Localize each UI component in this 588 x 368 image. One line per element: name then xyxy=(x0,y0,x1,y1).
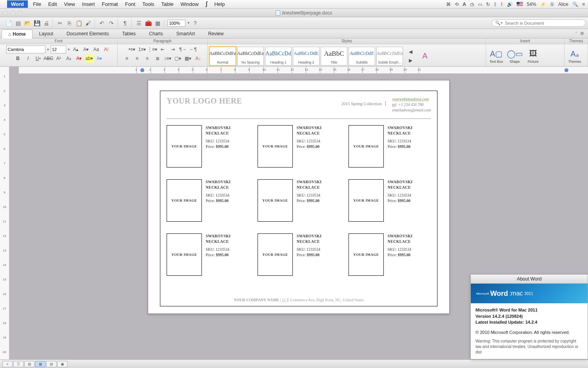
user-name[interactable]: Alice xyxy=(558,2,568,7)
doc-footer[interactable]: YOUR COMPANY NAME | 11 E Commerce Ave, H… xyxy=(167,294,431,302)
menu-font[interactable]: Font xyxy=(122,0,139,8)
rtl-button[interactable]: ←¶ xyxy=(189,46,198,53)
view-draft-button[interactable]: ≡ xyxy=(2,361,13,367)
product-image-placeholder[interactable]: YOUR IMAGE xyxy=(258,179,293,222)
format-painter-icon[interactable]: 🖌 xyxy=(84,19,93,27)
sort-button[interactable]: A↓ xyxy=(194,55,203,62)
style-subtitle[interactable]: AaBbCcDdESubtitle xyxy=(348,47,375,66)
display-icon[interactable]: ▭ xyxy=(478,2,482,7)
shading-button[interactable]: ▢▾ xyxy=(173,55,183,62)
doc-collection-name[interactable]: 2015 Spring Collection xyxy=(341,101,386,106)
menu-table[interactable]: Table xyxy=(158,0,177,8)
product-info[interactable]: SWAROVSKI NECKLACESKU: 1233534Price: $99… xyxy=(206,179,249,222)
save-icon[interactable]: 💾 xyxy=(33,19,41,27)
font-size-select[interactable] xyxy=(51,46,66,53)
sidebar-icon[interactable]: ☰ xyxy=(134,19,143,27)
collapse-ribbon-icon[interactable]: ˆ xyxy=(575,31,577,36)
product-cell[interactable]: YOUR IMAGESWAROVSKI NECKLACESKU: 1233534… xyxy=(348,233,431,276)
zoom-button[interactable] xyxy=(18,11,23,15)
product-image-placeholder[interactable]: YOUR IMAGE xyxy=(167,233,202,276)
decrease-indent-button[interactable]: ⇤ xyxy=(158,46,167,53)
underline-button[interactable]: U▾ xyxy=(34,55,43,62)
product-image-placeholder[interactable]: YOUR IMAGE xyxy=(348,233,384,276)
style-subtle-emph-[interactable]: AaBbCcDdEeSubtle Emph... xyxy=(376,47,403,66)
text-effects-button[interactable]: A▾ xyxy=(95,55,104,62)
bullets-button[interactable]: •≡▾ xyxy=(127,46,137,53)
menu-edit[interactable]: Edit xyxy=(45,0,60,8)
superscript-button[interactable]: A² xyxy=(54,55,64,62)
page[interactable]: YOUR LOGO HERE 2015 Spring Collection yo… xyxy=(148,80,450,314)
product-info[interactable]: SWAROVSKI NECKLACESKU: 1233534Price: $99… xyxy=(388,125,431,168)
spotlight-icon[interactable]: 🔍 xyxy=(572,2,578,7)
product-info[interactable]: SWAROVSKI NECKLACESKU: 1233534Price: $99… xyxy=(206,233,249,276)
menu-format[interactable]: Format xyxy=(98,0,122,8)
print-icon[interactable]: 🖨 xyxy=(42,19,51,27)
doc-logo-placeholder[interactable]: YOUR LOGO HERE xyxy=(167,97,242,106)
product-image-placeholder[interactable]: YOUR IMAGE xyxy=(167,179,202,222)
product-cell[interactable]: YOUR IMAGESWAROVSKI NECKLACESKU: 1233534… xyxy=(258,125,340,168)
tab-tables[interactable]: Tables xyxy=(116,29,143,38)
view-print-layout-button[interactable]: ▦ xyxy=(35,361,45,367)
borders-button[interactable]: ▦▾ xyxy=(183,55,193,62)
product-image-placeholder[interactable]: YOUR IMAGE xyxy=(167,125,202,168)
search-input[interactable] xyxy=(505,21,582,26)
picture-button[interactable]: 🖼Picture xyxy=(524,46,542,66)
doc-contact[interactable]: yourwebsiteadress.com tel: +1 234 456 78… xyxy=(392,97,431,113)
increase-indent-button[interactable]: ⇥ xyxy=(168,46,178,53)
view-notebook-button[interactable]: ▥ xyxy=(46,361,56,367)
align-right-button[interactable]: ≡ xyxy=(143,55,152,62)
product-cell[interactable]: YOUR IMAGESWAROVSKI NECKLACESKU: 1233534… xyxy=(167,179,249,222)
product-image-placeholder[interactable]: YOUR IMAGE xyxy=(258,125,293,168)
new-template-icon[interactable]: ▤ xyxy=(14,19,22,27)
product-image-placeholder[interactable]: YOUR IMAGE xyxy=(348,125,384,168)
italic-button[interactable]: I xyxy=(24,55,33,62)
style-nav[interactable]: ◀▶ xyxy=(406,48,415,64)
grow-font-icon[interactable]: A▴ xyxy=(71,46,80,53)
ruler-horizontal[interactable]: 123456789101112131415161718192021 xyxy=(19,67,588,74)
subscript-button[interactable]: A₂ xyxy=(64,55,74,62)
toolbox-icon[interactable]: 🧰 xyxy=(144,19,152,27)
shape-button[interactable]: ◯▭Shape xyxy=(506,46,523,66)
ruler-vertical[interactable]: 123456789101112131415161718192021 xyxy=(0,67,9,359)
tab-charts[interactable]: Charts xyxy=(142,29,169,38)
style-heading-1[interactable]: AaBbCcDdHeading 1 xyxy=(265,47,292,66)
justify-button[interactable]: ≣ xyxy=(153,55,162,62)
menu-insert[interactable]: Insert xyxy=(78,0,98,8)
undo-icon[interactable]: ↶ xyxy=(98,19,106,27)
app-name[interactable]: Word xyxy=(7,0,28,8)
copy-icon[interactable]: ⎘ xyxy=(65,19,74,27)
line-spacing-button[interactable]: ↕≡▾ xyxy=(163,55,172,62)
product-info[interactable]: SWAROVSKI NECKLACESKU: 1233534Price: $99… xyxy=(388,179,431,222)
product-info[interactable]: SWAROVSKI NECKLACESKU: 1233534Price: $99… xyxy=(206,125,249,168)
show-hide-icon[interactable]: ¶ xyxy=(121,19,129,27)
font-color-button[interactable]: A▾ xyxy=(74,55,84,62)
clear-formatting-icon[interactable]: A⃠ xyxy=(102,46,111,53)
menu-script-icon[interactable]: ʃ xyxy=(202,0,211,8)
minimize-button[interactable] xyxy=(11,11,15,15)
product-cell[interactable]: YOUR IMAGESWAROVSKI NECKLACESKU: 1233534… xyxy=(348,179,431,222)
menu-window[interactable]: Window xyxy=(177,0,202,8)
view-outline-button[interactable]: ☰ xyxy=(13,361,24,367)
volume-icon[interactable]: 🔊 xyxy=(507,2,513,7)
product-info[interactable]: SWAROVSKI NECKLACESKU: 1233534Price: $99… xyxy=(297,125,340,168)
style-no-spacing[interactable]: AaBbCcDdEeNo Spacing xyxy=(237,47,264,66)
tab-smartart[interactable]: SmartArt xyxy=(170,29,201,38)
style-normal[interactable]: AaBbCcDdEeNormal xyxy=(209,47,236,66)
style-heading-2[interactable]: AaBbCcDdEHeading 2 xyxy=(293,47,319,66)
product-cell[interactable]: YOUR IMAGESWAROVSKI NECKLACESKU: 1233534… xyxy=(167,233,249,276)
font-name-select[interactable] xyxy=(6,46,45,53)
help-icon[interactable]: ? xyxy=(191,19,200,27)
search-field[interactable]: 🔍▾ xyxy=(492,19,586,27)
new-doc-icon[interactable]: 📄 xyxy=(4,19,13,27)
product-cell[interactable]: YOUR IMAGESWAROVSKI NECKLACESKU: 1233534… xyxy=(348,125,431,168)
gear-icon[interactable]: ⚙ xyxy=(580,31,584,36)
close-button[interactable] xyxy=(3,11,8,15)
style-title[interactable]: AaBbCTitle xyxy=(321,47,347,66)
product-cell[interactable]: YOUR IMAGESWAROVSKI NECKLACESKU: 1233534… xyxy=(167,125,249,168)
shrink-font-icon[interactable]: A▾ xyxy=(81,46,91,53)
align-left-button[interactable]: ≡ xyxy=(122,55,132,62)
highlight-button[interactable]: ab▾ xyxy=(85,55,94,62)
media-icon[interactable]: ▦ xyxy=(153,19,162,27)
style-scroll-left-icon[interactable]: ◀ xyxy=(406,48,415,56)
cut-icon[interactable]: ✂ xyxy=(56,19,64,27)
